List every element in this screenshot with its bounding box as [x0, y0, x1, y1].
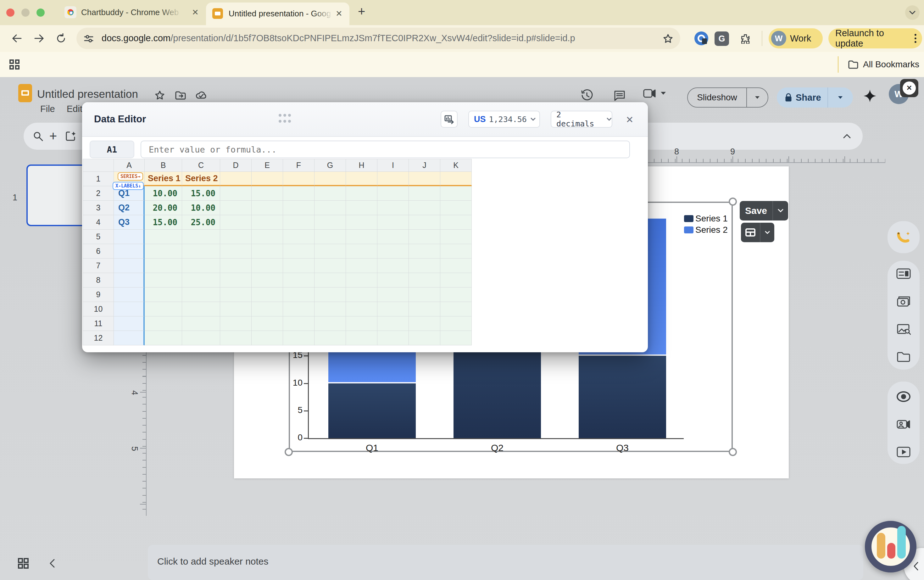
tab-presentation[interactable]: Untitled presentation - Goog ✕ [206, 3, 349, 25]
cell-A8[interactable] [114, 273, 145, 287]
collapse-filmstrip-chevron[interactable] [43, 555, 61, 572]
row-header-12[interactable]: 12 [83, 331, 114, 345]
cell-K1[interactable] [440, 172, 472, 186]
extensions-puzzle-icon[interactable] [736, 30, 754, 47]
bookmark-star-icon[interactable] [661, 31, 675, 46]
cell-J5[interactable] [409, 230, 440, 244]
cell-G4[interactable] [315, 215, 346, 230]
insert-to-slide-button[interactable] [441, 111, 458, 128]
all-bookmarks-button[interactable]: All Bookmarks [848, 57, 919, 72]
cell-C1[interactable]: Series 2 [182, 172, 220, 186]
cell-C12[interactable] [182, 331, 220, 345]
save-button[interactable]: Save [740, 201, 788, 221]
grid-view-icon[interactable] [15, 555, 32, 572]
cell-K5[interactable] [440, 230, 472, 244]
cell-I1[interactable] [377, 172, 409, 186]
cell-J1[interactable] [409, 172, 440, 186]
cell-D2[interactable] [220, 186, 252, 201]
cell-A3[interactable]: Q2 [114, 201, 145, 215]
cell-E8[interactable] [252, 273, 283, 287]
cell-C3[interactable]: 10.00 [182, 201, 220, 215]
row-header-3[interactable]: 3 [83, 201, 114, 215]
cell-K11[interactable] [440, 316, 472, 331]
cell-I10[interactable] [377, 302, 409, 316]
cell-H9[interactable] [346, 287, 377, 302]
present-play-icon[interactable] [894, 443, 913, 461]
cell-D10[interactable] [220, 302, 252, 316]
speaker-notes-panel[interactable]: Click to add speaker notes [148, 545, 863, 580]
share-options-chevron[interactable] [828, 87, 853, 107]
col-header-E[interactable]: E [252, 159, 283, 172]
save-options-chevron[interactable] [773, 201, 788, 221]
cell-B3[interactable]: 20.00 [145, 201, 182, 215]
password-manager-extension-icon[interactable] [694, 31, 708, 45]
cell-E11[interactable] [252, 316, 283, 331]
row-header-6[interactable]: 6 [83, 244, 114, 259]
cell-A1[interactable]: SERIES→X-LABELS↓ [114, 172, 145, 186]
cell-C6[interactable] [182, 244, 220, 259]
cell-C2[interactable]: 15.00 [182, 186, 220, 201]
cell-J11[interactable] [409, 316, 440, 331]
cell-G7[interactable] [315, 259, 346, 273]
cell-C11[interactable] [182, 316, 220, 331]
cell-F10[interactable] [283, 302, 315, 316]
cell-B2[interactable]: 10.00 [145, 186, 182, 201]
banana-ai-icon[interactable] [894, 227, 913, 246]
cell-D6[interactable] [220, 244, 252, 259]
row-header-11[interactable]: 11 [83, 316, 114, 331]
cell-J2[interactable] [409, 186, 440, 201]
col-header-H[interactable]: H [346, 159, 377, 172]
cell-K10[interactable] [440, 302, 472, 316]
screenshot-camera-icon[interactable] [894, 292, 913, 311]
window-close-button[interactable] [6, 8, 15, 16]
version-history-icon[interactable] [578, 86, 596, 104]
cell-C5[interactable] [182, 230, 220, 244]
cell-G5[interactable] [315, 230, 346, 244]
doc-title[interactable]: Untitled presentation [37, 88, 138, 101]
comments-icon[interactable] [611, 86, 628, 104]
menu-file[interactable]: File [40, 104, 55, 114]
cell-J12[interactable] [409, 331, 440, 345]
video-camera-icon[interactable] [894, 415, 913, 434]
cell-G8[interactable] [315, 273, 346, 287]
cell-I4[interactable] [377, 215, 409, 230]
cell-A11[interactable] [114, 316, 145, 331]
cell-K7[interactable] [440, 259, 472, 273]
table-options-chevron[interactable] [761, 223, 774, 242]
cell-B12[interactable] [145, 331, 182, 345]
cell-E2[interactable] [252, 186, 283, 201]
g-extension-icon[interactable]: G [715, 31, 729, 46]
article-view-icon[interactable] [894, 264, 913, 283]
cell-B5[interactable] [145, 230, 182, 244]
cell-K3[interactable] [440, 201, 472, 215]
cell-H3[interactable] [346, 201, 377, 215]
cell-A7[interactable] [114, 259, 145, 273]
back-button[interactable] [8, 30, 26, 47]
share-button[interactable]: Share [777, 87, 853, 107]
cell-D1[interactable] [220, 172, 252, 186]
cell-B1[interactable]: Series 1 [145, 172, 182, 186]
cell-H11[interactable] [346, 316, 377, 331]
url-text[interactable]: docs.google.com/presentation/d/1b5f7OB8t… [102, 33, 575, 43]
row-header-1[interactable]: 1 [83, 172, 114, 186]
cell-F11[interactable] [283, 316, 315, 331]
col-header-C[interactable]: C [182, 159, 220, 172]
cell-D7[interactable] [220, 259, 252, 273]
cell-F1[interactable] [283, 172, 315, 186]
profile-chip[interactable]: W Work [769, 28, 823, 48]
cell-H12[interactable] [346, 331, 377, 345]
cell-F9[interactable] [283, 287, 315, 302]
cell-G10[interactable] [315, 302, 346, 316]
cell-B6[interactable] [145, 244, 182, 259]
cell-H7[interactable] [346, 259, 377, 273]
cell-F4[interactable] [283, 215, 315, 230]
cell-I2[interactable] [377, 186, 409, 201]
move-to-folder-icon[interactable] [174, 88, 188, 102]
cell-F6[interactable] [283, 244, 315, 259]
col-header-I[interactable]: I [377, 159, 409, 172]
cell-E6[interactable] [252, 244, 283, 259]
cell-H8[interactable] [346, 273, 377, 287]
relaunch-to-update-button[interactable]: Relaunch to update [828, 28, 922, 48]
omnibox[interactable]: docs.google.com/presentation/d/1b5f7OB8t… [76, 28, 680, 49]
cell-I8[interactable] [377, 273, 409, 287]
